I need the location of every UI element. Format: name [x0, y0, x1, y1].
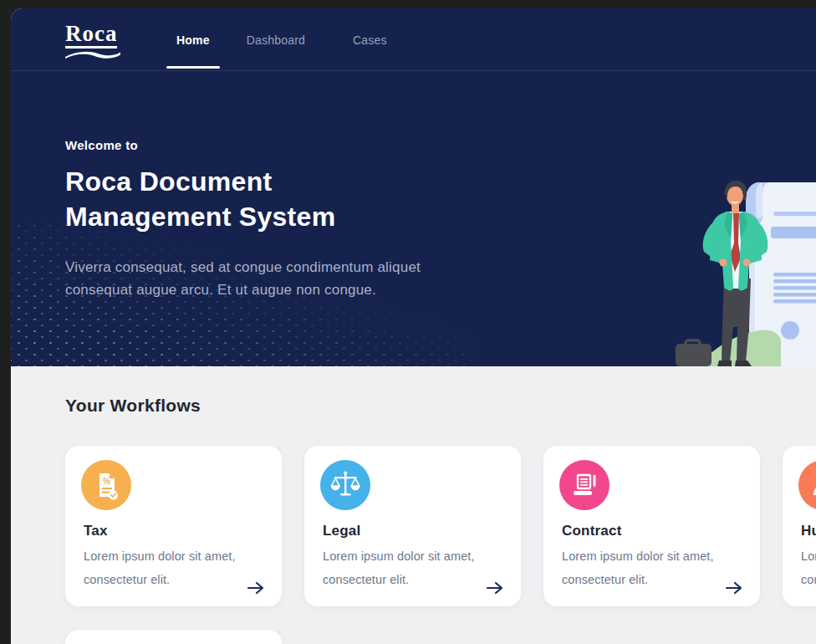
workflow-card-human-resources[interactable]: Human Resources Lorem ipsum dolor sit am… [783, 446, 816, 606]
nav-item-dashboard-label: Dashboard [247, 33, 305, 47]
hero-banner: Welcome to Roca Document Management Syst… [11, 71, 816, 366]
hero-illustration [652, 161, 816, 366]
page-title-line2: Management System [65, 202, 335, 232]
contract-pen-icon [559, 460, 609, 510]
arrow-right-icon[interactable] [725, 581, 743, 595]
roca-logo-wave-icon [65, 50, 120, 59]
workflow-card-title: Legal [323, 523, 360, 539]
hero-eyebrow: Welcome to [65, 138, 421, 152]
workflow-cards-row: % Tax Lorem ipsum dolor sit amet, consec… [65, 446, 816, 606]
arrow-right-icon[interactable] [486, 581, 504, 595]
hero-subtitle: Viverra consequat, sed at congue condime… [65, 257, 421, 301]
hero-subtitle-line1: Viverra consequat, sed at congue condime… [65, 259, 421, 275]
tax-percent-document-icon: % [81, 460, 131, 510]
main-nav: Home Dashboard Cases [176, 8, 387, 71]
page-title: Roca Document Management System [65, 165, 421, 234]
workflow-card-title: Tax [84, 523, 108, 539]
workflow-card-tax[interactable]: % Tax Lorem ipsum dolor sit amet, consec… [65, 446, 282, 606]
workflow-card-description: Lorem ipsum dolor sit amet, consectetur … [801, 544, 816, 591]
roca-logo-text: Roca [65, 23, 117, 49]
roca-logo[interactable]: Roca [65, 23, 122, 59]
workflow-card-description: Lorem ipsum dolor sit amet, consectetur … [323, 544, 494, 591]
workflow-card-description: Lorem ipsum dolor sit amet, consectetur … [562, 544, 733, 591]
nav-item-home[interactable]: Home [176, 8, 210, 71]
workflow-card-legal[interactable]: Legal Lorem ipsum dolor sit amet, consec… [304, 446, 521, 606]
people-icon [798, 460, 816, 510]
workflows-heading: Your Workflows [65, 396, 201, 416]
nav-item-cases[interactable]: Cases [353, 8, 387, 71]
nav-item-home-label: Home [176, 33, 210, 47]
app-window: Roca Home Dashboard Cases Welcome to Roc… [11, 8, 816, 644]
workflow-card-title: Contract [562, 523, 622, 539]
workflow-card-title: Human Resources [801, 523, 816, 539]
workflows-section: Your Workflows % Tax Lorem ipsum dolor s… [11, 366, 816, 644]
arrow-right-icon[interactable] [247, 581, 265, 595]
workflow-card-description: Lorem ipsum dolor sit amet, consectetur … [84, 544, 255, 591]
page-title-line1: Roca Document [65, 166, 273, 197]
workflow-card-contract[interactable]: Contract Lorem ipsum dolor sit amet, con… [543, 446, 760, 606]
nav-item-cases-label: Cases [353, 33, 387, 47]
hero-subtitle-line2: consequat augue arcu. Et ut augue non co… [65, 282, 376, 298]
workflow-card-partial-second-row[interactable] [65, 630, 282, 644]
justice-scales-icon [320, 460, 370, 510]
svg-text:%: % [103, 477, 110, 486]
nav-item-dashboard[interactable]: Dashboard [247, 8, 305, 71]
top-navigation-bar: Roca Home Dashboard Cases [11, 8, 816, 71]
hero-text-block: Welcome to Roca Document Management Syst… [65, 138, 421, 301]
